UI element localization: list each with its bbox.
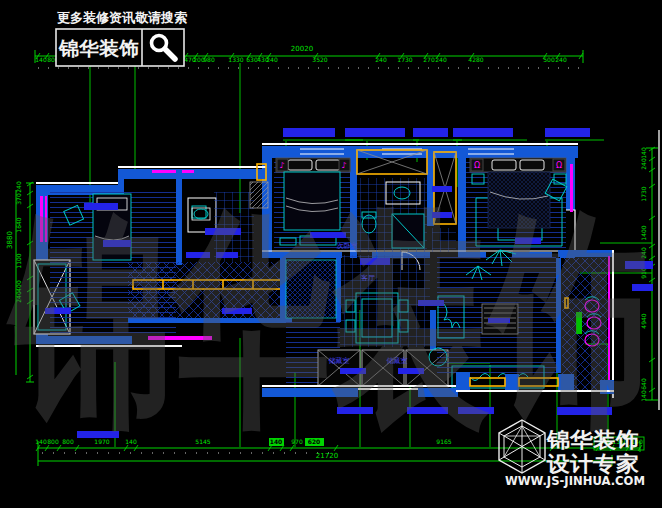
svg-text:1730: 1730 <box>397 56 412 63</box>
dim-top-total: 20020 <box>291 45 313 53</box>
svg-text:1330: 1330 <box>228 56 243 63</box>
cad-floor-plan-canvas: 20020 140 800 2570 2400 1250 470 200 980… <box>0 0 662 508</box>
bottom-brand-name: 锦华装饰 <box>546 428 639 452</box>
website-url: WWW.JS-JINHUA.COM <box>505 474 645 488</box>
svg-text:240: 240 <box>266 56 278 63</box>
top-slogan: 更多装修资讯敬请搜索 <box>57 10 187 25</box>
svg-text:980: 980 <box>203 56 215 63</box>
speaker-symbol-icon: ♪ <box>341 161 346 170</box>
svg-text:240: 240 <box>375 56 387 63</box>
svg-text:270: 270 <box>423 56 435 63</box>
svg-text:240: 240 <box>555 56 567 63</box>
top-left-logo: 更多装修资讯敬请搜索 锦华装饰 <box>56 10 187 66</box>
bottom-tagline: 设计专家 <box>546 452 639 476</box>
svg-text:630: 630 <box>246 56 258 63</box>
svg-text:240: 240 <box>435 56 447 63</box>
lamp-symbol-icon: Ω <box>474 161 480 170</box>
svg-text:140: 140 <box>35 56 47 63</box>
svg-text:240: 240 <box>640 158 647 170</box>
top-brand-name: 锦华装饰 <box>58 37 139 59</box>
speaker-symbol-icon: ♪ <box>279 161 284 170</box>
watermark-text: 锦华装饰 <box>6 187 651 454</box>
svg-text:4280: 4280 <box>468 56 483 63</box>
svg-text:140: 140 <box>640 147 647 159</box>
floor-plan-drawing: 20020 140 800 2570 2400 1250 470 200 980… <box>0 0 662 508</box>
svg-text:3520: 3520 <box>312 56 327 63</box>
svg-text:500: 500 <box>543 56 555 63</box>
lamp-symbol-icon: Ω <box>556 161 562 170</box>
